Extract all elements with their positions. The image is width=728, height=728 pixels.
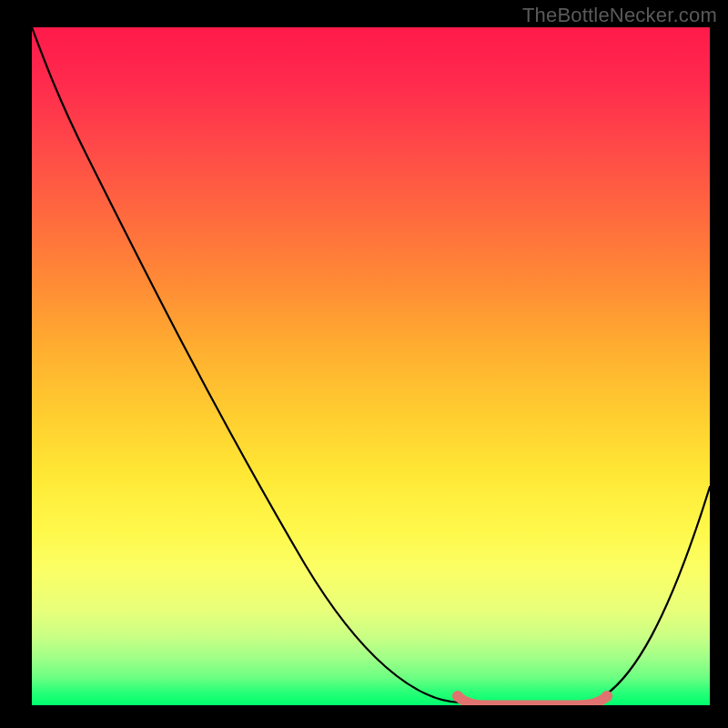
bottleneck-curve-path: [32, 27, 710, 705]
highlight-endpoint-left: [452, 691, 463, 702]
optimal-range-highlight-path: [458, 696, 607, 705]
highlight-endpoint-right: [602, 691, 612, 702]
plot-area: [32, 27, 710, 705]
watermark-text: TheBottleNecker.com: [522, 4, 717, 27]
chart-container: TheBottleNecker.com: [0, 0, 728, 728]
curve-overlay: [32, 27, 710, 705]
